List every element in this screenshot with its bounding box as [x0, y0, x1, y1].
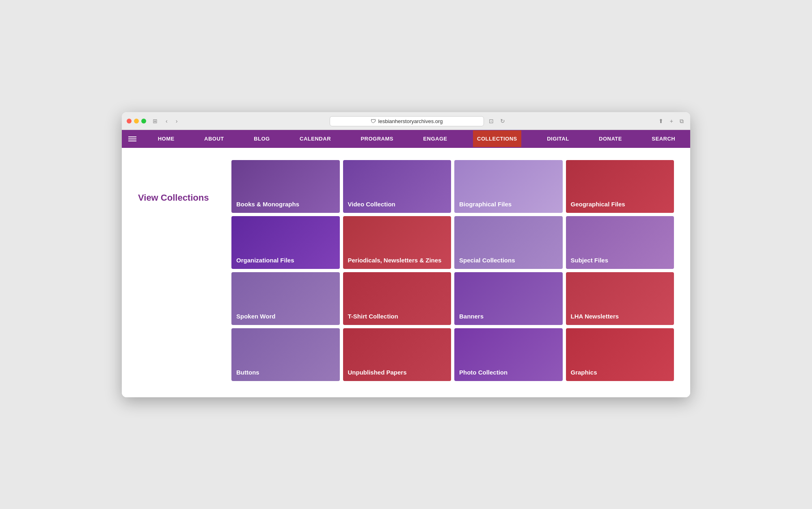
url-text: lesbianherstoryarchives.org [378, 118, 443, 124]
tile-label-organizational: Organizational Files [236, 257, 294, 264]
tile-label-periodicals: Periodicals, Newsletters & Zines [348, 257, 442, 264]
browser-chrome: ⊞ ‹ › 🛡 lesbianherstoryarchives.org ⊡ ↻ … [122, 112, 690, 130]
nav-item-blog[interactable]: BLOG [250, 130, 274, 147]
site-navigation: HOME ABOUT BLOG CALENDAR PROGRAMS ENGAGE… [122, 130, 690, 148]
tile-label-tshirt: T-Shirt Collection [348, 313, 398, 320]
tile-label-geographical: Geographical Files [571, 201, 625, 208]
tile-label-buttons: Buttons [236, 369, 259, 376]
collection-tile-geographical[interactable]: Geographical Files [566, 160, 674, 213]
collection-tile-buttons[interactable]: Buttons [231, 328, 340, 381]
address-bar[interactable]: 🛡 lesbianherstoryarchives.org [330, 116, 484, 126]
collection-tile-periodicals[interactable]: Periodicals, Newsletters & Zines [343, 216, 451, 269]
nav-item-collections[interactable]: COLLECTIONS [473, 130, 521, 147]
collection-tile-organizational[interactable]: Organizational Files [231, 216, 340, 269]
tabs-overview-button[interactable]: ⧉ [678, 117, 685, 126]
maximize-button[interactable] [141, 119, 146, 123]
collections-grid-area: Books & Monographs Video Collection Biog… [231, 160, 674, 381]
traffic-lights [127, 119, 146, 123]
tile-label-subject: Subject Files [571, 257, 609, 264]
tile-label-books: Books & Monographs [236, 201, 299, 208]
tile-label-photo: Photo Collection [459, 369, 508, 376]
collection-tile-lha[interactable]: LHA Newsletters [566, 272, 674, 325]
reload-button[interactable]: ↻ [499, 117, 507, 125]
tile-label-spoken: Spoken Word [236, 313, 275, 320]
nav-item-search[interactable]: SEARCH [648, 130, 679, 147]
collection-tile-unpublished[interactable]: Unpublished Papers [343, 328, 451, 381]
nav-item-home[interactable]: HOME [154, 130, 179, 147]
view-collections-label: View Collections [138, 193, 209, 203]
nav-item-engage[interactable]: ENGAGE [419, 130, 451, 147]
back-button[interactable]: ‹ [164, 117, 169, 125]
collection-tile-biographical[interactable]: Biographical Files [454, 160, 563, 213]
nav-item-digital[interactable]: DIGITAL [543, 130, 573, 147]
tile-label-special: Special Collections [459, 257, 515, 264]
tile-label-unpublished: Unpublished Papers [348, 369, 407, 376]
main-content: View Collections Books & Monographs Vide… [122, 148, 690, 397]
collection-tile-photo[interactable]: Photo Collection [454, 328, 563, 381]
sidebar-toggle-button[interactable]: ⊞ [151, 117, 159, 125]
nav-items: HOME ABOUT BLOG CALENDAR PROGRAMS ENGAGE… [143, 130, 690, 147]
collections-layout: View Collections Books & Monographs Vide… [138, 160, 674, 381]
site-logo[interactable] [122, 130, 143, 148]
collection-tile-tshirt[interactable]: T-Shirt Collection [343, 272, 451, 325]
collection-tile-video[interactable]: Video Collection [343, 160, 451, 213]
tile-label-lha: LHA Newsletters [571, 313, 619, 320]
tile-label-video: Video Collection [348, 201, 395, 208]
close-button[interactable] [127, 119, 132, 123]
forward-button[interactable]: › [174, 117, 179, 125]
collection-tile-spoken[interactable]: Spoken Word [231, 272, 340, 325]
collection-tile-banners[interactable]: Banners [454, 272, 563, 325]
minimize-button[interactable] [134, 119, 139, 123]
collection-tile-books[interactable]: Books & Monographs [231, 160, 340, 213]
collection-tile-special[interactable]: Special Collections [454, 216, 563, 269]
hamburger-icon [128, 136, 136, 141]
collection-tile-subject[interactable]: Subject Files [566, 216, 674, 269]
tile-label-banners: Banners [459, 313, 484, 320]
reader-mode-button[interactable]: ⊡ [487, 117, 495, 125]
nav-item-calendar[interactable]: CALENDAR [296, 130, 335, 147]
nav-item-about[interactable]: ABOUT [200, 130, 228, 147]
security-icon: 🛡 [371, 118, 376, 124]
sidebar: View Collections [138, 160, 219, 381]
nav-item-programs[interactable]: PROGRAMS [356, 130, 397, 147]
browser-window: ⊞ ‹ › 🛡 lesbianherstoryarchives.org ⊡ ↻ … [122, 112, 690, 397]
nav-item-donate[interactable]: DONATE [595, 130, 626, 147]
collections-grid: Books & Monographs Video Collection Biog… [231, 160, 674, 381]
tile-label-graphics: Graphics [571, 369, 597, 376]
tile-label-biographical: Biographical Files [459, 201, 512, 208]
collection-tile-graphics[interactable]: Graphics [566, 328, 674, 381]
new-tab-button[interactable]: + [668, 117, 675, 125]
share-button[interactable]: ⬆ [657, 117, 665, 125]
